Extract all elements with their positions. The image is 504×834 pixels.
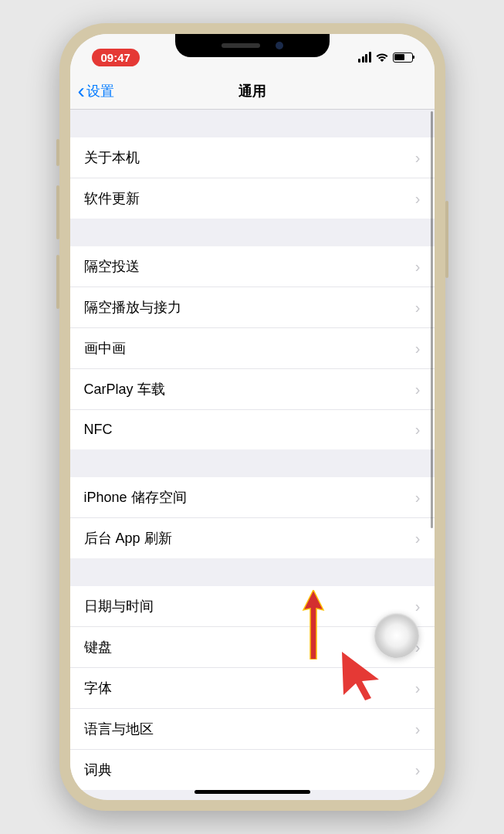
- row-pip[interactable]: 画中画 ›: [70, 328, 435, 369]
- volume-down-button: [56, 255, 59, 309]
- chevron-right-icon: ›: [415, 421, 421, 439]
- row-label: 隔空投送: [84, 257, 140, 276]
- row-about[interactable]: 关于本机 ›: [70, 137, 435, 178]
- chevron-right-icon: ›: [415, 149, 421, 167]
- row-label: 语言与地区: [84, 720, 154, 738]
- power-button: [445, 201, 448, 278]
- section-storage: iPhone 储存空间 › 后台 App 刷新 ›: [70, 477, 435, 558]
- side-button: [56, 139, 59, 166]
- chevron-left-icon: ‹: [78, 80, 85, 102]
- section-about: 关于本机 › 软件更新 ›: [70, 137, 435, 219]
- home-indicator[interactable]: [194, 790, 310, 794]
- scroll-indicator: [431, 111, 433, 528]
- row-label: 字体: [84, 679, 112, 697]
- chevron-right-icon: ›: [415, 489, 421, 507]
- screen: 09:47 ‹: [70, 34, 435, 800]
- speaker: [222, 43, 260, 48]
- wifi-icon: [375, 53, 389, 63]
- front-camera: [276, 42, 283, 49]
- row-storage[interactable]: iPhone 储存空间 ›: [70, 477, 435, 518]
- row-airplay[interactable]: 隔空播放与接力 ›: [70, 287, 435, 328]
- row-dictionary[interactable]: 词典 ›: [70, 750, 435, 790]
- battery-icon: [393, 53, 413, 63]
- volume-up-button: [56, 185, 59, 239]
- row-nfc[interactable]: NFC ›: [70, 410, 435, 449]
- nav-bar: ‹ 设置 通用: [70, 73, 435, 110]
- row-label: CarPlay 车载: [84, 380, 165, 398]
- row-airdrop[interactable]: 隔空投送 ›: [70, 246, 435, 287]
- chevron-right-icon: ›: [415, 340, 421, 358]
- chevron-right-icon: ›: [415, 598, 421, 615]
- row-label: 键盘: [84, 638, 112, 656]
- chevron-right-icon: ›: [415, 381, 421, 398]
- chevron-right-icon: ›: [415, 680, 421, 697]
- row-background-refresh[interactable]: 后台 App 刷新 ›: [70, 518, 435, 558]
- page-title: 通用: [238, 82, 266, 100]
- row-label: NFC: [84, 422, 113, 438]
- status-icons: [358, 52, 413, 63]
- chevron-right-icon: ›: [415, 720, 421, 738]
- row-label: 后台 App 刷新: [84, 529, 172, 548]
- chevron-right-icon: ›: [415, 190, 421, 208]
- back-label: 设置: [86, 82, 114, 100]
- row-carplay[interactable]: CarPlay 车载 ›: [70, 369, 435, 410]
- back-button[interactable]: ‹ 设置: [70, 80, 114, 102]
- chevron-right-icon: ›: [415, 530, 421, 548]
- notch: [175, 34, 330, 57]
- chevron-right-icon: ›: [415, 761, 421, 779]
- row-label: 词典: [84, 761, 112, 779]
- row-software-update[interactable]: 软件更新 ›: [70, 178, 435, 219]
- row-label: 日期与时间: [84, 597, 154, 615]
- row-label: 隔空播放与接力: [84, 298, 181, 317]
- chevron-right-icon: ›: [415, 299, 421, 317]
- row-language-region[interactable]: 语言与地区 ›: [70, 709, 435, 750]
- annotation-cursor-icon: [340, 650, 383, 703]
- annotation-up-arrow-icon: [302, 590, 325, 663]
- phone-frame: 09:47 ‹: [59, 23, 445, 811]
- cellular-signal-icon: [358, 52, 371, 63]
- row-label: 画中画: [84, 339, 126, 358]
- row-label: iPhone 储存空间: [84, 488, 187, 507]
- chevron-right-icon: ›: [415, 258, 421, 276]
- time-recording-pill[interactable]: 09:47: [92, 49, 140, 66]
- row-label: 关于本机: [84, 148, 140, 167]
- section-connectivity: 隔空投送 › 隔空播放与接力 › 画中画 › CarPlay 车载 › NFC: [70, 246, 435, 449]
- row-label: 软件更新: [84, 189, 140, 208]
